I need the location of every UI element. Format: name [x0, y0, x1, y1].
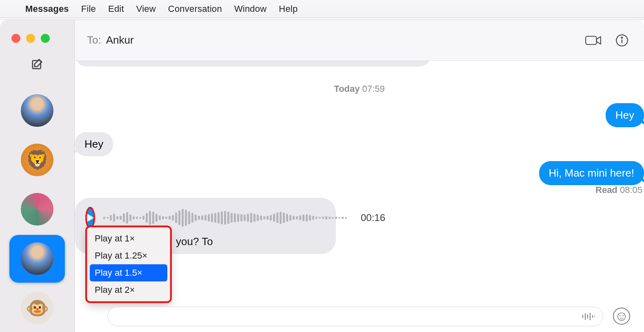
menu-edit[interactable]: Edit — [108, 4, 124, 14]
message-bubble-sent[interactable]: Hey — [606, 103, 644, 127]
play-icon — [86, 213, 94, 222]
avatar: 🦁 — [21, 144, 53, 176]
svg-point-4 — [622, 37, 623, 38]
close-window-button[interactable] — [11, 34, 20, 43]
window-controls — [11, 34, 50, 43]
thread-timestamp: Today 07:59 — [75, 84, 644, 94]
avatar — [21, 193, 53, 226]
menu-help[interactable]: Help — [279, 4, 298, 14]
compose-button[interactable] — [30, 58, 44, 71]
playback-speed-option[interactable]: Play at 1× — [90, 230, 167, 247]
conversation-main: To: Ankur Today 07:59 Hey Hey Hi, Mac mi… — [75, 20, 644, 332]
read-receipt: Read 08:05 — [595, 185, 642, 195]
previous-message-edge — [76, 61, 431, 66]
avatar — [21, 242, 53, 275]
menu-window[interactable]: Window — [234, 4, 266, 14]
app-menu[interactable]: Messages — [25, 4, 69, 14]
menu-bar: Messages File Edit View Conversation Win… — [0, 0, 644, 18]
play-button[interactable] — [86, 208, 94, 228]
audio-waveform[interactable] — [103, 208, 347, 228]
emoji-picker-button[interactable]: ☺ — [613, 308, 630, 325]
message-bubble-sent[interactable]: Hi, Mac mini here! — [539, 161, 644, 185]
facetime-button[interactable] — [584, 32, 603, 49]
message-input[interactable] — [107, 307, 603, 326]
svg-rect-1 — [586, 36, 597, 44]
to-recipient[interactable]: Ankur — [106, 34, 134, 46]
timestamp-time: 07:59 — [362, 84, 385, 94]
conversation-item[interactable] — [9, 186, 65, 233]
menu-file[interactable]: File — [81, 4, 96, 14]
audio-duration: 00:16 — [356, 212, 385, 224]
avatar: 🐵 — [21, 292, 53, 324]
conversation-header: To: Ankur — [75, 20, 644, 61]
message-bubble-received[interactable]: Hey — [75, 132, 113, 156]
smiley-icon: ☺ — [615, 309, 629, 323]
details-button[interactable] — [612, 32, 632, 49]
playback-speed-option[interactable]: Play at 1.25× — [90, 247, 167, 264]
playback-speed-menu: Play at 1× Play at 1.25× Play at 1.5× Pl… — [87, 227, 170, 301]
minimize-window-button[interactable] — [26, 34, 35, 43]
record-audio-icon[interactable] — [582, 312, 595, 321]
conversation-item[interactable] — [9, 87, 65, 135]
timestamp-day: Today — [334, 84, 360, 94]
messages-window: 🦁 🐵 To: Ankur Today 07:59 — [0, 20, 644, 332]
conversation-item[interactable]: 🐵 — [9, 284, 65, 332]
avatar — [21, 94, 53, 127]
playback-speed-option-selected[interactable]: Play at 1.5× — [90, 264, 167, 281]
conversation-sidebar: 🦁 🐵 — [0, 20, 75, 332]
conversation-item[interactable]: 🦁 — [9, 136, 65, 184]
conversation-thread[interactable]: Today 07:59 Hey Hey Hi, Mac mini here! R… — [75, 61, 644, 332]
audio-transcript-fragment: you? To — [176, 235, 213, 248]
menu-conversation[interactable]: Conversation — [168, 4, 222, 14]
fullscreen-window-button[interactable] — [41, 34, 50, 43]
playback-speed-option[interactable]: Play at 2× — [90, 281, 167, 299]
menu-view[interactable]: View — [136, 4, 156, 14]
to-label: To: — [87, 34, 101, 46]
conversation-item-selected[interactable] — [9, 235, 65, 283]
